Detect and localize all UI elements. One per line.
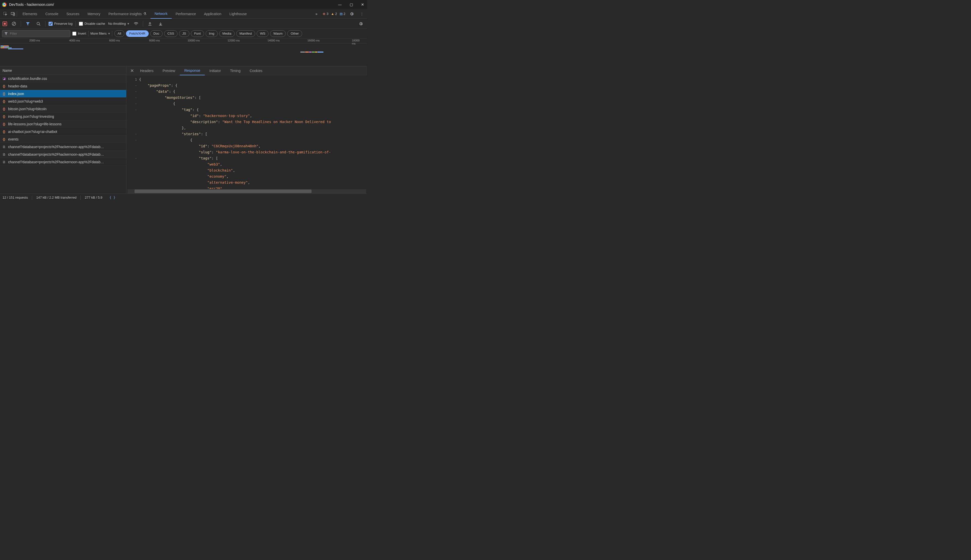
tab-application[interactable]: Application bbox=[200, 9, 226, 19]
json-icon: {} bbox=[2, 122, 6, 126]
json-icon: {} bbox=[2, 115, 6, 118]
detail-tabs: ✕ HeadersPreviewResponseInitiatorTimingC… bbox=[127, 66, 367, 75]
record-button[interactable] bbox=[3, 22, 7, 26]
filter-chip-fetch-xhr[interactable]: Fetch/XHR bbox=[126, 30, 149, 37]
request-name: web3.json?slug=web3 bbox=[8, 99, 43, 103]
search-icon[interactable] bbox=[35, 20, 42, 28]
request-row[interactable]: {}bitcoin.json?slug=bitcoin bbox=[0, 105, 126, 113]
timeline-tick: 10000 ms bbox=[188, 39, 200, 42]
request-list-panel: Name ◪csNotification.bundle.css{}header-… bbox=[0, 66, 127, 193]
info-badge[interactable]: ▤2 bbox=[339, 12, 346, 16]
file-icon: 🗎 bbox=[2, 145, 6, 149]
separator bbox=[143, 21, 143, 27]
request-name: channel?database=projects%2Fhackernoon-a… bbox=[8, 145, 104, 149]
download-har-icon[interactable] bbox=[157, 20, 164, 28]
close-detail-icon[interactable]: ✕ bbox=[129, 68, 135, 73]
detail-tab-timing[interactable]: Timing bbox=[226, 66, 245, 75]
request-row[interactable]: {}life-lessons.json?slug=life-lessons bbox=[0, 120, 126, 128]
detail-tab-headers[interactable]: Headers bbox=[135, 66, 158, 75]
tab-performance-insights[interactable]: Performance insights⚗ bbox=[104, 9, 151, 19]
request-row[interactable]: {}web3.json?slug=web3 bbox=[0, 98, 126, 105]
request-row[interactable]: {}ai-chatbot.json?slug=ai-chatbot bbox=[0, 128, 126, 135]
filter-chip-doc[interactable]: Doc bbox=[150, 30, 162, 37]
tab-network[interactable]: Network bbox=[150, 9, 171, 19]
invert-checkbox[interactable]: Invert bbox=[72, 32, 86, 36]
status-bar: 12 / 151 requests 147 kB / 2.2 MB transf… bbox=[0, 193, 367, 201]
request-name: ai-chatbot.json?slug=ai-chatbot bbox=[8, 130, 57, 134]
detail-tab-response[interactable]: Response bbox=[180, 66, 205, 75]
filter-text-input[interactable] bbox=[10, 32, 68, 35]
error-badge[interactable]: ⊗3 bbox=[323, 12, 328, 16]
filter-input[interactable] bbox=[2, 30, 70, 37]
request-row[interactable]: {}events bbox=[0, 135, 126, 143]
tab-memory[interactable]: Memory bbox=[84, 9, 104, 19]
inspect-icon[interactable] bbox=[2, 10, 9, 18]
maximize-button[interactable]: ▢ bbox=[350, 3, 353, 7]
name-column-header[interactable]: Name bbox=[0, 66, 126, 75]
filter-chip-js[interactable]: JS bbox=[179, 30, 189, 37]
pretty-print-icon[interactable]: { } bbox=[109, 196, 115, 199]
filter-chip-other[interactable]: Other bbox=[287, 30, 302, 37]
request-name: events bbox=[8, 137, 18, 141]
detail-tab-preview[interactable]: Preview bbox=[158, 66, 180, 75]
json-icon: {} bbox=[2, 137, 6, 141]
filter-chip-ws[interactable]: WS bbox=[257, 30, 269, 37]
request-row[interactable]: 🗎channel?database=projects%2Fhackernoon-… bbox=[0, 143, 126, 151]
timeline-activity-2 bbox=[301, 52, 323, 53]
filter-chip-css[interactable]: CSS bbox=[164, 30, 177, 37]
request-row[interactable]: {}header-data bbox=[0, 82, 126, 90]
minimize-button[interactable]: — bbox=[338, 3, 342, 7]
more-tabs-icon[interactable]: » bbox=[313, 10, 320, 18]
filter-toggle-icon[interactable] bbox=[24, 20, 32, 28]
request-row[interactable]: {}investing.json?slug=investing bbox=[0, 113, 126, 120]
network-settings-icon[interactable] bbox=[357, 20, 364, 28]
device-toolbar-icon[interactable] bbox=[9, 10, 17, 18]
network-conditions-icon[interactable] bbox=[132, 20, 140, 28]
close-button[interactable]: ✕ bbox=[361, 3, 364, 7]
request-name: bitcoin.json?slug=bitcoin bbox=[8, 107, 47, 111]
request-row[interactable]: 🗎channel?database=projects%2Fhackernoon-… bbox=[0, 158, 126, 166]
warning-badge[interactable]: ▲2 bbox=[331, 12, 337, 16]
detail-tab-initiator[interactable]: Initiator bbox=[205, 66, 226, 75]
filter-chip-wasm[interactable]: Wasm bbox=[270, 30, 286, 37]
timeline-tick: 2000 ms bbox=[29, 39, 40, 42]
file-icon: 🗎 bbox=[2, 152, 6, 157]
upload-har-icon[interactable] bbox=[146, 20, 154, 28]
request-row[interactable]: {}index.json bbox=[0, 90, 126, 98]
preserve-log-checkbox[interactable]: Preserve log bbox=[48, 22, 73, 26]
filter-chip-all[interactable]: All bbox=[114, 30, 124, 37]
request-name: channel?database=projects%2Fhackernoon-a… bbox=[8, 152, 104, 157]
settings-icon[interactable] bbox=[348, 10, 356, 18]
json-icon: {} bbox=[2, 84, 6, 88]
filter-chip-font[interactable]: Font bbox=[191, 30, 204, 37]
main-tabs: ElementsConsoleSourcesMemoryPerformance … bbox=[0, 9, 367, 19]
json-icon: {} bbox=[2, 130, 6, 133]
timeline-tick: 18000 ms bbox=[352, 39, 359, 45]
filter-chip-img[interactable]: Img bbox=[206, 30, 218, 37]
separator bbox=[21, 21, 21, 27]
filter-chip-media[interactable]: Media bbox=[219, 30, 235, 37]
request-name: csNotification.bundle.css bbox=[8, 77, 47, 81]
more-filters-dropdown[interactable]: More filters▾ bbox=[90, 32, 110, 35]
timeline-tick: 6000 ms bbox=[109, 39, 120, 42]
detail-tab-cookies[interactable]: Cookies bbox=[245, 66, 267, 75]
timeline-tick: 14000 ms bbox=[267, 39, 280, 42]
horizontal-scrollbar[interactable] bbox=[127, 189, 366, 193]
network-timeline[interactable]: 2000 ms4000 ms6000 ms8000 ms10000 ms1200… bbox=[0, 38, 367, 66]
tab-performance[interactable]: Performance bbox=[172, 9, 200, 19]
resources-size: 277 kB / 5.9 bbox=[85, 196, 102, 199]
tab-lighthouse[interactable]: Lighthouse bbox=[225, 9, 251, 19]
filter-chip-manifest[interactable]: Manifest bbox=[236, 30, 255, 37]
request-row[interactable]: ◪csNotification.bundle.css bbox=[0, 75, 126, 82]
disable-cache-checkbox[interactable]: Disable cache bbox=[79, 22, 105, 26]
clear-button[interactable] bbox=[10, 20, 18, 28]
svg-line-4 bbox=[13, 22, 15, 25]
chrome-logo-icon bbox=[2, 2, 7, 7]
tab-elements[interactable]: Elements bbox=[18, 9, 41, 19]
kebab-menu-icon[interactable]: ⋮ bbox=[358, 10, 366, 18]
request-row[interactable]: 🗎channel?database=projects%2Fhackernoon-… bbox=[0, 151, 126, 158]
tab-sources[interactable]: Sources bbox=[62, 9, 84, 19]
response-body[interactable]: 1{- "pageProps": {- "data": {- "mongoSto… bbox=[127, 75, 367, 189]
throttling-select[interactable]: No throttling▾ bbox=[108, 22, 129, 25]
tab-console[interactable]: Console bbox=[41, 9, 62, 19]
